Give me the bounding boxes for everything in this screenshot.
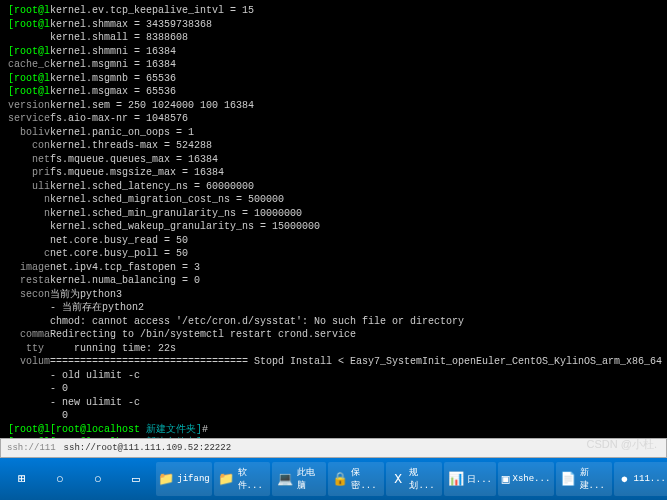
taskbar-app-1[interactable]: 📁软件... <box>214 462 270 496</box>
search-button[interactable]: ○ <box>42 462 78 496</box>
app-icon: 🔒 <box>332 469 349 489</box>
app-label: jifang <box>177 474 209 484</box>
prompt-user: [root@localhost <box>50 424 146 435</box>
prompt-hash: # <box>202 424 208 435</box>
terminal-line: restakernel.numa_balancing = 0 <box>8 274 659 288</box>
taskbar-app-7[interactable]: 📄新建... <box>556 462 612 496</box>
terminal-line: chmod: cannot access '/etc/cron.d/syssta… <box>8 315 659 329</box>
line-text: fs.aio-max-nr = 1048576 <box>50 113 188 124</box>
line-prefix: [root@l <box>8 18 50 32</box>
app-icon: 📁 <box>158 469 174 489</box>
line-text: net.core.busy_poll = 50 <box>50 248 188 259</box>
terminal-line: conkernel.threads-max = 524288 <box>8 139 659 153</box>
line-text: 0 <box>50 410 68 421</box>
line-prefix <box>8 31 50 45</box>
taskview-icon: ▭ <box>126 469 146 489</box>
line-text: - new ulimit -c <box>50 397 140 408</box>
line-text: kernel.msgmnb = 65536 <box>50 73 176 84</box>
taskbar-app-6[interactable]: ▣Xshe... <box>498 462 554 496</box>
line-prefix <box>8 301 50 315</box>
app-label: 规划... <box>409 466 437 492</box>
app-icon: 📊 <box>448 469 464 489</box>
line-prefix: version <box>8 99 50 113</box>
line-prefix <box>8 315 50 329</box>
line-text: kernel.sched_migration_cost_ns = 500000 <box>50 194 284 205</box>
terminal-line: net.core.busy_read = 50 <box>8 234 659 248</box>
app-icon: 📁 <box>218 469 235 489</box>
terminal-prompt[interactable]: [root@l[root@localhost 新建文件夹]# <box>8 423 659 437</box>
terminal-line: versionkernel.sem = 250 1024000 100 1638… <box>8 99 659 113</box>
terminal-line: bolivkernel.panic_on_oops = 1 <box>8 126 659 140</box>
terminal-line: nkernel.sched_min_granularity_ns = 10000… <box>8 207 659 221</box>
windows-taskbar: ⊞ ○ ○ ▭ 📁jifang📁软件...💻此电脑🔒保密...X规划...📊日.… <box>0 458 667 500</box>
start-button[interactable]: ⊞ <box>4 462 40 496</box>
taskbar-app-8[interactable]: ●111... <box>614 462 667 496</box>
line-prefix <box>8 409 50 423</box>
terminal-line: [root@lkernel.shmmni = 16384 <box>8 45 659 59</box>
taskbar-app-3[interactable]: 🔒保密... <box>328 462 384 496</box>
ssh-address-bar[interactable]: ssh://111 ssh://root@111.111.109.52:2222… <box>0 438 667 458</box>
line-prefix: uli <box>8 180 50 194</box>
terminal-line: kernel.sched_wakeup_granularity_ns = 150… <box>8 220 659 234</box>
prompt-prefix: [root@l <box>8 436 50 438</box>
terminal-line: cnet.core.busy_poll = 50 <box>8 247 659 261</box>
terminal-output[interactable]: [root@lkernel.ev.tcp_keepalive_intvl = 1… <box>0 0 667 438</box>
terminal-line: netfs.mqueue.queues_max = 16384 <box>8 153 659 167</box>
line-text: 当前为python3 <box>50 289 122 300</box>
app-icon: ▣ <box>502 469 510 489</box>
line-prefix: cache_c <box>8 58 50 72</box>
terminal-line: cache_ckernel.msgmni = 16384 <box>8 58 659 72</box>
taskbar-app-2[interactable]: 💻此电脑 <box>272 462 326 496</box>
app-label: 111... <box>634 474 666 484</box>
line-text: kernel.sem = 250 1024000 100 16384 <box>50 100 254 111</box>
line-text: kernel.msgmni = 16384 <box>50 59 176 70</box>
address-prefix: ssh://111 <box>7 443 56 453</box>
app-label: 软件... <box>238 466 266 492</box>
terminal-line: - 0 <box>8 382 659 396</box>
line-prefix: resta <box>8 274 50 288</box>
line-text: kernel.threads-max = 524288 <box>50 140 212 151</box>
taskview-button[interactable]: ▭ <box>118 462 154 496</box>
terminal-line: [root@lkernel.msgmax = 65536 <box>8 85 659 99</box>
app-icon: ● <box>618 469 631 489</box>
prompt-path: 新建文件夹] <box>146 437 202 438</box>
line-text: kernel.msgmax = 65536 <box>50 86 176 97</box>
terminal-line: tty running time: 22s <box>8 342 659 356</box>
app-label: Xshe... <box>513 474 551 484</box>
terminal-line: prifs.mqueue.msgsize_max = 16384 <box>8 166 659 180</box>
line-text: kernel.numa_balancing = 0 <box>50 275 200 286</box>
terminal-line: ulikernel.sched_latency_ns = 60000000 <box>8 180 659 194</box>
line-text: kernel.shmmni = 16384 <box>50 46 176 57</box>
line-text: chmod: cannot access '/etc/cron.d/syssta… <box>50 316 464 327</box>
line-text: kernel.sched_latency_ns = 60000000 <box>50 181 254 192</box>
address-value: ssh://root@111.111.109.52:22222 <box>64 443 231 453</box>
cortana-icon: ○ <box>88 469 108 489</box>
line-prefix <box>8 234 50 248</box>
prompt-prefix: [root@l <box>8 423 50 437</box>
line-prefix: [root@l <box>8 72 50 86</box>
terminal-line: secon当前为python3 <box>8 288 659 302</box>
terminal-line: - old ulimit -c <box>8 369 659 383</box>
taskbar-app-5[interactable]: 📊日... <box>444 462 496 496</box>
terminal-line: 0 <box>8 409 659 423</box>
line-text: fs.mqueue.msgsize_max = 16384 <box>50 167 224 178</box>
windows-icon: ⊞ <box>12 469 32 489</box>
line-prefix: n <box>8 193 50 207</box>
cortana-button[interactable]: ○ <box>80 462 116 496</box>
app-label: 日... <box>467 473 492 486</box>
line-prefix <box>8 396 50 410</box>
line-prefix: comma <box>8 328 50 342</box>
line-text: - 0 <box>50 383 68 394</box>
line-prefix: pri <box>8 166 50 180</box>
line-text: ================================= Stopd … <box>50 356 667 367</box>
line-text: net.ipv4.tcp_fastopen = 3 <box>50 262 200 273</box>
app-icon: 💻 <box>276 469 294 489</box>
line-prefix <box>8 220 50 234</box>
taskbar-app-0[interactable]: 📁jifang <box>156 462 212 496</box>
terminal-line: commaRedirecting to /bin/systemctl resta… <box>8 328 659 342</box>
taskbar-app-4[interactable]: X规划... <box>386 462 442 496</box>
app-label: 新建... <box>580 466 608 492</box>
terminal-line: kernel.shmall = 8388608 <box>8 31 659 45</box>
prompt-user: [root@localhost <box>50 437 146 438</box>
line-prefix <box>8 382 50 396</box>
